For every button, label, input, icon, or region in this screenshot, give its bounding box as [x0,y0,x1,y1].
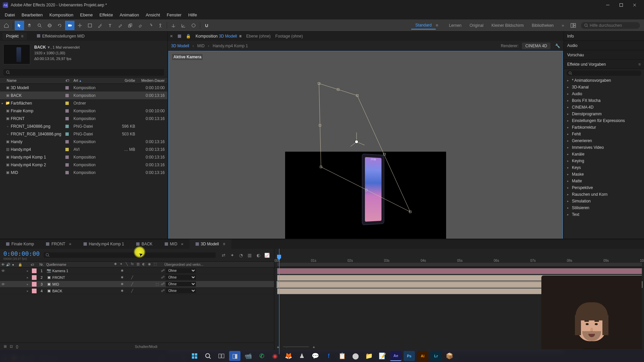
parent-dropdown[interactable]: Ohne [166,268,196,273]
hand-tool[interactable] [25,21,34,30]
toggle-in-out-button[interactable]: {} [14,345,20,349]
comp-tab-close[interactable]: ✕ [170,34,173,39]
home-button[interactable] [2,21,11,30]
renderer-dropdown[interactable]: CINEMA 4D [522,43,550,49]
timeline-layer[interactable]: 👁 ▸ 3 ▣ MID ✱╱ ⬚ ☍ Ohne [0,281,274,288]
effects-panel-tab[interactable]: Effekte und Vorgaben≡ [564,60,644,69]
start-button[interactable] [189,351,200,361]
menu-fenster[interactable]: Fenster [163,11,185,19]
workspace-overflow-icon[interactable]: » [562,23,564,28]
parent-dropdown[interactable]: Ohne [166,288,196,293]
menu-ebene[interactable]: Ebene [77,11,96,19]
audio-panel-tab[interactable]: Audio [564,41,644,50]
frame-blend-button[interactable]: ▥ [246,251,253,259]
text-tool[interactable]: T [105,21,115,30]
effects-category[interactable]: ▸Dienstprogramm [564,111,644,117]
rotation-tool[interactable] [55,21,64,30]
effects-category[interactable]: ▸Keys [564,164,644,171]
workspace-original[interactable]: Original [466,22,487,29]
help-search[interactable] [581,22,640,29]
roto-tool[interactable] [146,21,155,30]
project-item[interactable]: ▣FRONTKomposition0:00:13:16 [0,115,167,122]
project-tab[interactable]: Projekt ≡ [3,33,27,40]
effects-category[interactable]: ▸Generieren [564,137,644,144]
timeline-tab[interactable]: Finale Komp [0,239,40,249]
panel-menu-icon[interactable]: ≡ [638,62,641,67]
maximize-button[interactable] [614,0,628,10]
effect-controls-tab[interactable]: Effekteinstellungen MID [34,33,88,40]
effects-category[interactable]: ▸Audio [564,90,644,97]
menu-animation[interactable]: Animation [116,11,143,19]
motion-blur-button[interactable]: ◐ [255,251,262,259]
search-button[interactable] [202,351,214,361]
workspace-lernen[interactable]: Lernen [445,22,466,29]
effects-category[interactable]: ▸Keying [564,158,644,164]
composition-tab[interactable]: Komposition 3D Modell ≡ [196,34,241,39]
timeline-layer-list[interactable]: 👁 ▸ 1 📷 Kamera 1 ✱ ☍ Ohne ▸ 2 ▣ FRONT ✱╱… [0,267,274,294]
effects-search-input[interactable] [572,71,639,75]
project-item[interactable]: ▥Handy.mp4AVI… MB0:00:13:16 [0,145,167,153]
close-icon[interactable]: ✕ [69,242,71,246]
timeline-tab[interactable]: Handy.mp4 Komp 1 [77,239,130,249]
camera-tool[interactable] [65,21,74,30]
minimize-button[interactable] [601,0,614,10]
workspace-reset-button[interactable] [569,21,578,30]
visibility-toggle[interactable]: 👁 [0,282,6,286]
snapping-toggle[interactable] [202,21,211,30]
project-search[interactable] [3,69,164,76]
taskbar-lightroom[interactable]: Lr [430,351,442,361]
effects-category[interactable]: ▸Stilisieren [564,204,644,211]
menu-komposition[interactable]: Komposition [46,11,77,19]
parent-dropdown[interactable]: Ohne [166,282,196,287]
effects-category[interactable]: ▸Perspektive [564,184,644,191]
effects-category[interactable]: ▸Simulation [564,198,644,204]
effects-category[interactable]: ▸3D-Kanal [564,84,644,90]
pen-tool[interactable] [95,21,105,30]
close-button[interactable] [628,0,641,10]
close-icon[interactable]: ✕ [181,242,183,246]
effects-category[interactable]: ▸Farbkorrektur [564,124,644,131]
axis-world[interactable] [179,21,188,30]
visibility-toggle[interactable]: 👁 [0,269,6,273]
effects-category[interactable]: ▸Kanäle [564,151,644,158]
timeline-search[interactable] [44,252,216,258]
effects-category[interactable]: ▸* Animationsvorgaben [564,77,644,84]
effects-category[interactable]: ▸Fehlt [564,131,644,137]
layer-duration-bar[interactable] [277,268,642,274]
effects-category[interactable]: ▸CINEMA 4D [564,104,644,111]
timeline-layer[interactable]: 👁 ▸ 1 📷 Kamera 1 ✱ ☍ Ohne [0,267,274,274]
footage-tab[interactable]: Footage (ohne) [275,34,303,39]
project-item[interactable]: ▫FRONT_1840886.pngPNG-Datei596 KB [0,122,167,130]
taskbar-photoshop[interactable]: Ps [404,351,415,361]
menu-datei[interactable]: Datei [1,11,18,19]
taskbar-app[interactable]: 📋 [336,351,348,361]
effects-list[interactable]: ▸* Animationsvorgaben▸3D-Kanal▸Audio▸Bor… [564,77,644,218]
effects-search[interactable] [567,70,641,76]
clone-tool[interactable] [125,21,135,30]
project-item[interactable]: ▣Handy.mp4 Komp 1Komposition0:00:13:16 [0,153,167,161]
draft-3d-button[interactable]: ✦ [228,251,236,259]
effects-category[interactable]: ▸Boris FX Mocha [564,97,644,104]
effects-category[interactable]: ▸Einstellungen für Expressions [564,117,644,124]
taskbar-notepad[interactable]: 📝 [377,351,388,361]
puppet-tool[interactable] [156,21,165,30]
timeline-tab[interactable]: 3D Modell≡ [190,239,231,249]
task-view-button[interactable] [216,351,227,361]
timeline-current-time[interactable]: 0:00:00:00 [3,250,40,257]
workspace-menu-icon[interactable]: ≡ [436,23,438,28]
comp-lock-icon[interactable]: 🔒 [186,34,191,39]
selection-tool[interactable] [15,21,24,30]
taskbar-whatsapp[interactable]: ✆ [256,351,267,361]
timeline-tab[interactable]: BACK [130,239,159,249]
effects-category[interactable]: ▸Text [564,211,644,218]
timeline-layer[interactable]: ▸ 4 ▣ BACK ✱╱ ☍ Ohne [0,288,274,294]
effects-category[interactable]: ▸Maske [564,171,644,178]
menu-hilfe[interactable]: Hilfe [185,11,200,19]
project-search-input[interactable] [10,70,161,75]
pan-behind-tool[interactable] [75,21,85,30]
taskbar-obs[interactable]: ⬤ [350,351,361,361]
layer-tab[interactable]: Ebene (ohne) [246,34,271,39]
project-item[interactable]: ▣Handy.mp4 Komp 2Komposition0:00:13:16 [0,161,167,169]
timeline-ruler[interactable]: 00s01s02s03s04s05s06s07s08s09s10s [274,249,644,267]
menu-bearbeiten[interactable]: Bearbeiten [18,11,46,19]
